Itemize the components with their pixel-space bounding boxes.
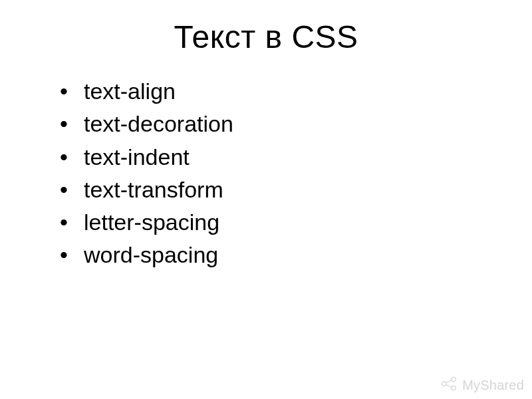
watermark-text: MyShared xyxy=(462,378,524,393)
svg-point-0 xyxy=(442,382,446,386)
slide-title: Текст в CSS xyxy=(40,19,492,55)
list-item: text-indent xyxy=(60,141,492,174)
svg-line-3 xyxy=(446,380,452,383)
svg-point-2 xyxy=(452,386,456,390)
watermark: MyShared xyxy=(441,376,524,394)
slide-container: Текст в CSS text-align text-decoration t… xyxy=(0,0,532,399)
list-item: text-transform xyxy=(60,174,492,206)
share-icon xyxy=(441,376,458,394)
list-item: letter-spacing xyxy=(60,206,492,239)
list-item: text-decoration xyxy=(60,108,492,140)
svg-line-4 xyxy=(446,384,452,387)
list-item: text-align xyxy=(60,75,492,108)
list-item: word-spacing xyxy=(60,239,492,271)
bullet-list: text-align text-decoration text-indent t… xyxy=(40,75,492,272)
svg-point-1 xyxy=(452,377,456,381)
